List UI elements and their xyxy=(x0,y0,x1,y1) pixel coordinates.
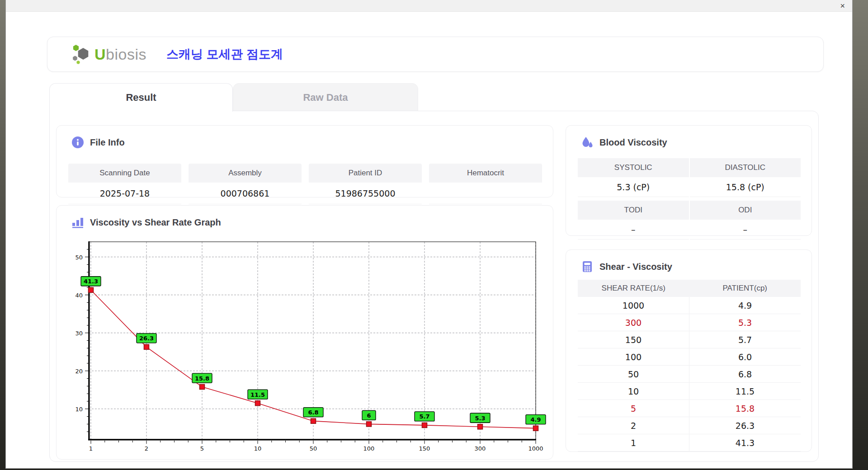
diastolic-label: DIASTOLIC xyxy=(690,158,801,177)
svg-text:40: 40 xyxy=(75,292,83,299)
svg-text:26.3: 26.3 xyxy=(139,335,154,342)
result-panel: File Info Scanning Date2025-07-18Assembl… xyxy=(49,111,819,462)
shear-rate-cell: 1000 xyxy=(578,297,689,314)
svg-text:41.3: 41.3 xyxy=(84,278,98,285)
shear-rate-cell: 50 xyxy=(578,366,689,382)
shear-rate-cell: 5 xyxy=(578,400,689,417)
calculator-icon xyxy=(581,261,593,273)
patient-cell: 6.8 xyxy=(689,366,801,382)
close-icon[interactable]: × xyxy=(840,0,845,11)
info-icon xyxy=(72,136,84,148)
todi-label: TODI xyxy=(578,201,689,220)
desktop: { "window": { "close_label": "×" }, "hea… xyxy=(0,0,868,470)
systolic-label: SYSTOLIC xyxy=(578,158,689,177)
table-row: 226.3 xyxy=(578,417,801,434)
todi-value: – xyxy=(578,220,689,240)
svg-text:30: 30 xyxy=(75,330,83,337)
patient-cell: 26.3 xyxy=(689,417,801,434)
blood-viscosity-card: Blood Viscosity SYSTOLIC DIASTOLIC 5.3 (… xyxy=(566,125,812,236)
shear-rate-cell: 2 xyxy=(578,417,689,434)
shear-rate-cell: 1 xyxy=(578,434,689,451)
field-value: 2025-07-18 xyxy=(68,183,181,204)
field-value: 51986755000 xyxy=(309,183,422,204)
shear-viscosity-table: SHEAR RATE(1/s) PATIENT(cp) 10004.93005.… xyxy=(578,280,801,451)
table-row: 506.8 xyxy=(578,366,801,383)
file-info-field: Patient ID51986755000 xyxy=(309,164,422,204)
svg-text:10: 10 xyxy=(75,406,83,413)
patient-cell: 5.3 xyxy=(689,314,801,331)
shear-viscosity-card: Shear - Viscosity SHEAR RATE(1/s) PATIEN… xyxy=(566,249,812,452)
svg-text:5.3: 5.3 xyxy=(475,415,485,422)
svg-text:50: 50 xyxy=(310,445,317,452)
patient-cell: 15.8 xyxy=(689,400,801,417)
odi-value: – xyxy=(690,220,801,240)
graph-card: Viscosity vs Shear Rate Graph 1251050100… xyxy=(56,205,553,460)
shear-viscosity-title: Shear - Viscosity xyxy=(599,262,672,272)
field-label: Hematocrit xyxy=(429,164,542,183)
ubiosis-hexagon-logo-icon xyxy=(71,44,92,65)
svg-text:11.5: 11.5 xyxy=(250,391,265,398)
brand-logo: Ubiosis xyxy=(71,44,146,65)
patient-column-header: PATIENT(cp) xyxy=(689,280,801,297)
field-label: Assembly xyxy=(189,164,302,183)
app-title: 스캐닝 모세관 점도계 xyxy=(166,46,283,62)
file-info-field: Assembly000706861 xyxy=(189,164,302,204)
file-info-title: File Info xyxy=(90,137,125,148)
file-info-field: Hematocrit xyxy=(429,164,542,204)
field-label: Scanning Date xyxy=(68,164,181,183)
svg-text:6.8: 6.8 xyxy=(308,409,318,416)
systolic-value: 5.3 (cP) xyxy=(578,177,689,197)
brand-wordmark: Ubiosis xyxy=(94,46,146,63)
svg-text:1: 1 xyxy=(89,445,93,452)
table-row: 1505.7 xyxy=(578,331,801,348)
titlebar: × xyxy=(6,0,852,12)
blood-viscosity-title: Blood Viscosity xyxy=(599,137,667,148)
viscosity-shear-chart: 12510501001503001000102030405041.326.315… xyxy=(57,206,553,459)
table-header-row: SHEAR RATE(1/s) PATIENT(cp) xyxy=(578,280,801,297)
field-value xyxy=(429,183,542,204)
tab-result[interactable]: Result xyxy=(49,83,233,112)
patient-cell: 41.3 xyxy=(689,434,801,451)
patient-cell: 11.5 xyxy=(689,383,801,400)
table-row: 141.3 xyxy=(578,434,801,451)
tab-raw-data[interactable]: Raw Data xyxy=(233,83,418,112)
shear-rate-cell: 10 xyxy=(578,383,689,400)
brand-u: U xyxy=(94,46,106,63)
shear-rate-cell: 100 xyxy=(578,348,689,365)
brand-rest: biosis xyxy=(106,46,146,63)
blood-viscosity-grid: SYSTOLIC DIASTOLIC 5.3 (cP) 15.8 (cP) TO… xyxy=(578,158,801,240)
header-card: Ubiosis 스캐닝 모세관 점도계 xyxy=(47,37,824,72)
patient-cell: 6.0 xyxy=(689,348,801,365)
patient-cell: 5.7 xyxy=(689,331,801,348)
patient-cell: 4.9 xyxy=(689,297,801,314)
file-info-card: File Info Scanning Date2025-07-18Assembl… xyxy=(56,125,553,197)
svg-text:150: 150 xyxy=(419,445,430,452)
file-info-grid: Scanning Date2025-07-18Assembly000706861… xyxy=(68,164,542,204)
blood-drop-icon xyxy=(581,136,593,148)
app-window: × Ubiosis 스캐닝 모세관 점도계 Result Raw Data xyxy=(5,0,853,469)
svg-text:300: 300 xyxy=(475,445,486,452)
svg-text:20: 20 xyxy=(75,368,83,375)
shear-rate-cell: 150 xyxy=(578,331,689,348)
shear-rate-column-header: SHEAR RATE(1/s) xyxy=(578,280,689,297)
svg-text:5.7: 5.7 xyxy=(419,413,429,420)
svg-text:50: 50 xyxy=(75,254,83,261)
svg-text:2: 2 xyxy=(145,445,148,452)
table-row: 1011.5 xyxy=(578,383,801,400)
svg-text:15.8: 15.8 xyxy=(195,375,209,382)
table-row: 515.8 xyxy=(578,400,801,417)
table-row: 3005.3 xyxy=(578,314,801,331)
svg-text:10: 10 xyxy=(254,445,262,452)
svg-text:1000: 1000 xyxy=(528,445,543,452)
svg-text:100: 100 xyxy=(363,445,375,452)
file-info-field: Scanning Date2025-07-18 xyxy=(68,164,181,204)
diastolic-value: 15.8 (cP) xyxy=(690,177,801,197)
shear-table-body: 10004.93005.31505.71006.0506.81011.5515.… xyxy=(578,297,801,451)
table-row: 10004.9 xyxy=(578,297,801,314)
field-value: 000706861 xyxy=(189,183,302,204)
svg-text:4.9: 4.9 xyxy=(530,416,541,423)
shear-rate-cell: 300 xyxy=(578,314,689,331)
svg-text:6: 6 xyxy=(367,412,371,419)
svg-text:5: 5 xyxy=(200,445,204,452)
field-label: Patient ID xyxy=(309,164,422,183)
